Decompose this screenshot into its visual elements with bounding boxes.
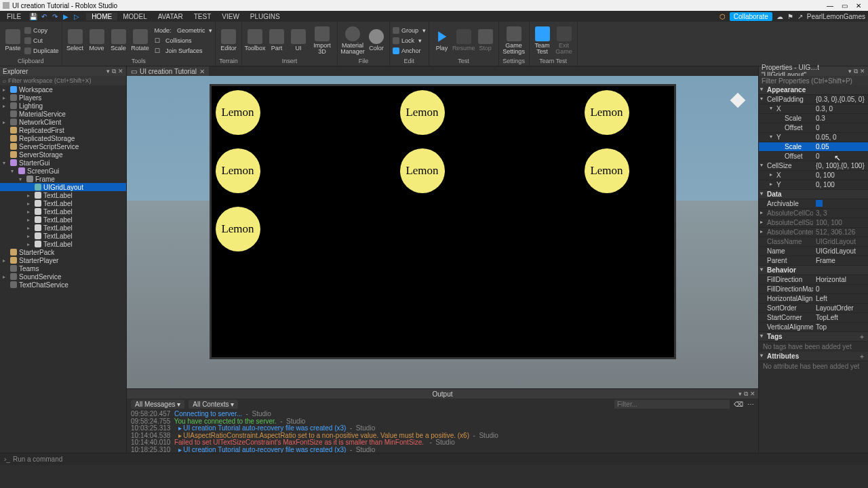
mode-dropdown[interactable]: Mode: Geometric ▾ [155,26,213,35]
property-row[interactable]: FillDirectionHorizontal [759,275,868,285]
maximize-button[interactable]: ▭ [837,1,851,10]
property-value[interactable]: 0.05, 0 [813,134,868,141]
tree-node[interactable]: ▸TextLabel [0,224,126,232]
property-value[interactable]: Horizontal [813,276,868,283]
property-section[interactable]: ▾Attributes＋ [759,352,868,361]
cloud-icon[interactable]: ☁ [776,13,783,20]
tree-node[interactable]: ReplicatedStorage [0,134,126,142]
property-row[interactable]: Scale0.3 [759,114,868,123]
stop-button[interactable]: Stop [475,25,496,56]
tree-node[interactable]: ▸SoundService [0,272,126,281]
toolbox-button[interactable]: Toolbox [245,25,265,56]
property-row[interactable]: SortOrderLayoutOrder [759,304,868,313]
tree-node[interactable]: ▾StarterGui [0,159,126,167]
tree-node[interactable]: ▸TextLabel [0,207,126,216]
qat-undo-icon[interactable]: ↶ [40,12,48,20]
part-button[interactable]: Part [267,25,287,56]
tree-node[interactable]: ▸TextLabel [0,240,126,248]
qat-play-icon[interactable]: ▶ [62,12,70,20]
share-icon[interactable]: ↗ [797,13,803,20]
ui-button[interactable]: UI [288,25,309,56]
property-value[interactable]: LayoutOrder [813,304,868,312]
tree-node[interactable]: TextChatService [0,281,126,289]
tree-node[interactable]: ▸TextLabel [0,232,126,240]
resume-button[interactable]: Resume [454,25,474,56]
exit-game-button[interactable]: Exit Game [554,25,574,56]
property-value[interactable]: 0, 100 [813,171,868,179]
output-filter-input[interactable] [614,400,730,409]
property-value[interactable]: 0.05 [813,143,868,150]
tab-home[interactable]: HOME [86,13,117,20]
cut-button[interactable]: Cut [24,36,59,45]
property-row[interactable]: ▸AbsoluteCellSize100, 100 [759,218,868,228]
property-section[interactable]: ▾Data [759,190,868,199]
collaborate-button[interactable]: Collaborate [730,12,772,21]
group-button[interactable]: Group ▾ [393,26,426,35]
tab-test[interactable]: TEST [189,13,217,20]
team-test-button[interactable]: Team Test [532,25,553,56]
upgrade-icon[interactable]: ⬡ [719,13,726,20]
tab-plugins[interactable]: PLUGINS [245,13,285,20]
property-section[interactable]: ▾Behavior [759,266,868,275]
property-row[interactable]: VerticalAlignmentTop [759,323,868,332]
property-value[interactable]: Frame [813,257,868,264]
rotate-tool[interactable]: Rotate [130,25,151,56]
add-icon[interactable]: ＋ [859,332,865,342]
scale-tool[interactable]: Scale [108,25,129,56]
close-tab-icon[interactable]: ✕ [199,68,205,75]
undock-icon[interactable]: ⧉ [854,68,858,75]
contexts-filter[interactable]: All Contexts ▾ [189,400,238,409]
property-row[interactable]: Offset0 [759,152,868,161]
notification-icon[interactable]: ⚑ [787,13,793,20]
user-chip[interactable]: PearlLemonGames [807,13,865,20]
minimize-button[interactable]: — [823,1,837,10]
command-bar[interactable]: ›_ Run a command [0,453,868,465]
anchor-button[interactable]: Anchor [393,46,426,56]
properties-filter[interactable]: Filter Properties (Ctrl+Shift+P) [759,76,868,85]
tree-node[interactable]: ▾Frame [0,175,126,183]
property-section[interactable]: ▾Appearance [759,85,868,95]
tree-node[interactable]: ▸TextLabel [0,216,126,224]
property-value[interactable]: Top [813,323,868,331]
property-value[interactable]: {0, 100},{0, 100} [813,162,868,169]
qat-save-icon[interactable]: 💾 [29,12,37,20]
property-row[interactable]: ▾X0.3, 0 [759,104,868,114]
property-row[interactable]: StartCornerTopLeft [759,313,868,323]
property-value[interactable]: 100, 100 [813,219,868,226]
tree-node[interactable]: ServerScriptService [0,142,126,150]
property-value[interactable]: 0 [813,152,868,160]
menu-file[interactable]: FILE [3,13,25,20]
property-row[interactable]: ClassNameUIGridLayout [759,237,868,247]
tree-node[interactable]: Teams [0,264,126,272]
qat-run-icon[interactable]: ▷ [73,12,81,20]
dropdown-icon[interactable]: ▾ [848,68,852,75]
property-row[interactable]: ▸Y0, 100 [759,180,868,190]
property-value[interactable]: 3, 3 [813,209,868,217]
copy-button[interactable]: Copy [24,26,59,35]
undock-icon[interactable]: ⧉ [744,390,748,398]
property-row[interactable]: Archivable [759,199,868,209]
property-value[interactable]: TopLeft [813,314,868,321]
color-button[interactable]: Color [366,25,387,56]
tab-avatar[interactable]: AVATAR [153,13,189,20]
tree-node[interactable]: ServerStorage [0,150,126,159]
clear-output-icon[interactable]: ⌫ [734,401,743,408]
property-value[interactable] [813,200,868,208]
output-console[interactable]: 09:58:20.457 Connecting to server... - S… [127,409,758,453]
select-tool[interactable]: Select [65,25,85,56]
property-row[interactable]: FillDirectionMax…0 [759,285,868,294]
dropdown-icon[interactable]: ▾ [106,68,110,75]
property-row[interactable]: Scale0.05 [759,142,868,152]
property-row[interactable]: ▾CellPadding{0.3, 0},{0.05, 0} [759,95,868,104]
tree-node[interactable]: ▾ScreenGui [0,167,126,175]
tab-view[interactable]: VIEW [216,13,245,20]
tree-node[interactable]: ▸Workspace [0,85,126,94]
tree-node[interactable]: UIGridLayout [0,183,126,191]
property-value[interactable]: {0.3, 0},{0.05, 0} [813,96,868,103]
tree-node[interactable]: ▸TextLabel [0,199,126,207]
property-row[interactable]: NameUIGridLayout [759,247,868,256]
collisions-toggle[interactable]: ☐ Collisions [155,36,213,45]
property-section[interactable]: ▾Tags＋ [759,332,868,342]
axis-gizmo[interactable] [726,88,750,113]
qat-redo-icon[interactable]: ↷ [51,12,59,20]
